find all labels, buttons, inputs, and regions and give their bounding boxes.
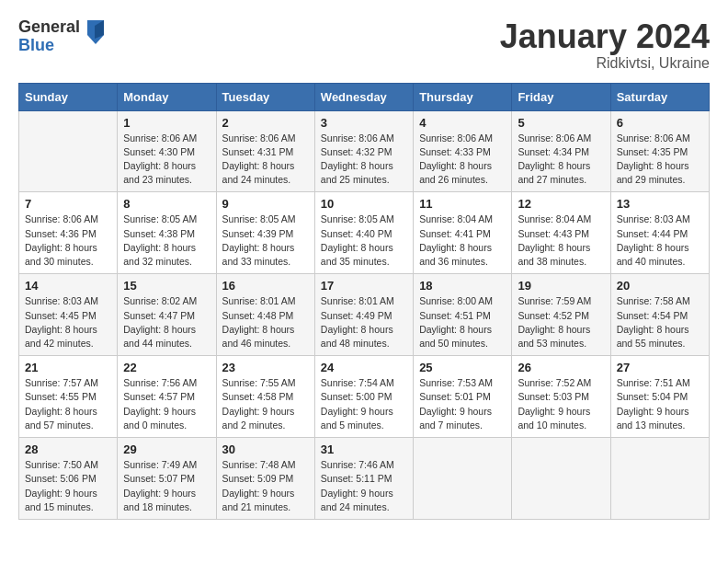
- day-cell: 7Sunrise: 8:06 AMSunset: 4:36 PMDaylight…: [19, 192, 118, 274]
- week-row-1: 7Sunrise: 8:06 AMSunset: 4:36 PMDaylight…: [19, 192, 710, 274]
- day-cell: 3Sunrise: 8:06 AMSunset: 4:32 PMDaylight…: [314, 110, 413, 192]
- day-cell: 14Sunrise: 8:03 AMSunset: 4:45 PMDayligh…: [19, 274, 118, 356]
- day-cell: 31Sunrise: 7:46 AMSunset: 5:11 PMDayligh…: [314, 438, 413, 520]
- page-header: General Blue January 2024 Ridkivtsi, Ukr…: [18, 18, 710, 72]
- day-info: Sunrise: 8:05 AMSunset: 4:40 PMDaylight:…: [321, 213, 407, 269]
- week-row-2: 14Sunrise: 8:03 AMSunset: 4:45 PMDayligh…: [19, 274, 710, 356]
- day-cell: 10Sunrise: 8:05 AMSunset: 4:40 PMDayligh…: [314, 192, 413, 274]
- day-info: Sunrise: 8:03 AMSunset: 4:45 PMDaylight:…: [25, 294, 111, 350]
- day-info: Sunrise: 8:05 AMSunset: 4:38 PMDaylight:…: [123, 213, 210, 269]
- day-cell: [19, 110, 118, 192]
- header-day-sunday: Sunday: [19, 83, 118, 110]
- day-number: 9: [222, 197, 309, 211]
- day-info: Sunrise: 7:59 AMSunset: 4:52 PMDaylight:…: [518, 294, 604, 350]
- day-info: Sunrise: 8:01 AMSunset: 4:48 PMDaylight:…: [222, 294, 309, 350]
- day-number: 30: [222, 442, 309, 456]
- header-day-monday: Monday: [118, 83, 216, 110]
- day-number: 23: [222, 361, 309, 374]
- day-info: Sunrise: 8:04 AMSunset: 4:41 PMDaylight:…: [419, 213, 506, 269]
- day-cell: 2Sunrise: 8:06 AMSunset: 4:31 PMDaylight…: [216, 110, 314, 192]
- day-info: Sunrise: 7:52 AMSunset: 5:03 PMDaylight:…: [518, 376, 604, 432]
- day-info: Sunrise: 8:06 AMSunset: 4:32 PMDaylight:…: [321, 132, 407, 188]
- day-number: 14: [25, 279, 111, 293]
- day-number: 27: [617, 361, 703, 374]
- day-cell: 13Sunrise: 8:03 AMSunset: 4:44 PMDayligh…: [610, 192, 709, 274]
- day-info: Sunrise: 7:51 AMSunset: 5:04 PMDaylight:…: [617, 376, 703, 432]
- day-number: 13: [617, 197, 703, 211]
- day-info: Sunrise: 7:53 AMSunset: 5:01 PMDaylight:…: [419, 376, 506, 432]
- day-info: Sunrise: 7:46 AMSunset: 5:11 PMDaylight:…: [321, 458, 407, 514]
- day-cell: 28Sunrise: 7:50 AMSunset: 5:06 PMDayligh…: [19, 438, 118, 520]
- day-number: 18: [419, 279, 506, 293]
- day-cell: [414, 438, 512, 520]
- day-number: 21: [25, 361, 111, 374]
- day-cell: 21Sunrise: 7:57 AMSunset: 4:55 PMDayligh…: [19, 356, 118, 438]
- day-cell: 24Sunrise: 7:54 AMSunset: 5:00 PMDayligh…: [314, 356, 413, 438]
- day-number: 24: [321, 361, 407, 374]
- day-cell: [610, 438, 709, 520]
- day-info: Sunrise: 8:01 AMSunset: 4:49 PMDaylight:…: [321, 294, 407, 350]
- day-cell: 22Sunrise: 7:56 AMSunset: 4:57 PMDayligh…: [118, 356, 216, 438]
- day-number: 8: [123, 197, 210, 211]
- day-cell: 19Sunrise: 7:59 AMSunset: 4:52 PMDayligh…: [512, 274, 610, 356]
- day-number: 7: [25, 197, 111, 211]
- day-cell: 12Sunrise: 8:04 AMSunset: 4:43 PMDayligh…: [512, 192, 610, 274]
- calendar-table: SundayMondayTuesdayWednesdayThursdayFrid…: [18, 83, 710, 520]
- day-cell: 20Sunrise: 7:58 AMSunset: 4:54 PMDayligh…: [610, 274, 709, 356]
- day-info: Sunrise: 7:55 AMSunset: 4:58 PMDaylight:…: [222, 376, 309, 432]
- logo: General Blue: [18, 18, 106, 55]
- day-cell: 30Sunrise: 7:48 AMSunset: 5:09 PMDayligh…: [216, 438, 314, 520]
- day-info: Sunrise: 8:06 AMSunset: 4:31 PMDaylight:…: [222, 132, 309, 188]
- day-info: Sunrise: 7:58 AMSunset: 4:54 PMDaylight:…: [617, 294, 703, 350]
- header-row: SundayMondayTuesdayWednesdayThursdayFrid…: [19, 83, 710, 110]
- day-number: 3: [321, 116, 407, 130]
- header-day-saturday: Saturday: [610, 83, 709, 110]
- day-number: 12: [518, 197, 604, 211]
- day-info: Sunrise: 7:57 AMSunset: 4:55 PMDaylight:…: [25, 376, 111, 432]
- day-number: 19: [518, 279, 604, 293]
- page-subtitle: Ridkivtsi, Ukraine: [500, 55, 710, 72]
- day-info: Sunrise: 7:50 AMSunset: 5:06 PMDaylight:…: [25, 458, 111, 514]
- day-info: Sunrise: 8:06 AMSunset: 4:30 PMDaylight:…: [123, 132, 210, 188]
- day-number: 29: [123, 442, 210, 456]
- day-cell: 27Sunrise: 7:51 AMSunset: 5:04 PMDayligh…: [610, 356, 709, 438]
- day-cell: 16Sunrise: 8:01 AMSunset: 4:48 PMDayligh…: [216, 274, 314, 356]
- week-row-0: 1Sunrise: 8:06 AMSunset: 4:30 PMDaylight…: [19, 110, 710, 192]
- day-number: 1: [123, 116, 210, 130]
- day-info: Sunrise: 8:06 AMSunset: 4:36 PMDaylight:…: [25, 213, 111, 269]
- day-number: 11: [419, 197, 506, 211]
- day-number: 26: [518, 361, 604, 374]
- day-info: Sunrise: 8:06 AMSunset: 4:34 PMDaylight:…: [518, 132, 604, 188]
- day-number: 16: [222, 279, 309, 293]
- day-info: Sunrise: 8:00 AMSunset: 4:51 PMDaylight:…: [419, 294, 506, 350]
- day-info: Sunrise: 7:49 AMSunset: 5:07 PMDaylight:…: [123, 458, 210, 514]
- day-number: 31: [321, 442, 407, 456]
- logo-icon: [85, 18, 106, 46]
- day-cell: 29Sunrise: 7:49 AMSunset: 5:07 PMDayligh…: [118, 438, 216, 520]
- header-day-tuesday: Tuesday: [216, 83, 314, 110]
- day-number: 17: [321, 279, 407, 293]
- day-cell: 6Sunrise: 8:06 AMSunset: 4:35 PMDaylight…: [610, 110, 709, 192]
- header-day-friday: Friday: [512, 83, 610, 110]
- day-cell: 8Sunrise: 8:05 AMSunset: 4:38 PMDaylight…: [118, 192, 216, 274]
- day-cell: 26Sunrise: 7:52 AMSunset: 5:03 PMDayligh…: [512, 356, 610, 438]
- day-cell: 4Sunrise: 8:06 AMSunset: 4:33 PMDaylight…: [414, 110, 512, 192]
- day-info: Sunrise: 7:56 AMSunset: 4:57 PMDaylight:…: [123, 376, 210, 432]
- day-info: Sunrise: 7:48 AMSunset: 5:09 PMDaylight:…: [222, 458, 309, 514]
- day-info: Sunrise: 8:03 AMSunset: 4:44 PMDaylight:…: [617, 213, 703, 269]
- day-number: 5: [518, 116, 604, 130]
- logo-blue: Blue: [18, 37, 80, 55]
- page-title: January 2024: [500, 18, 710, 55]
- day-info: Sunrise: 8:06 AMSunset: 4:33 PMDaylight:…: [419, 132, 506, 188]
- day-cell: 23Sunrise: 7:55 AMSunset: 4:58 PMDayligh…: [216, 356, 314, 438]
- day-number: 2: [222, 116, 309, 130]
- day-cell: 17Sunrise: 8:01 AMSunset: 4:49 PMDayligh…: [314, 274, 413, 356]
- day-cell: 18Sunrise: 8:00 AMSunset: 4:51 PMDayligh…: [414, 274, 512, 356]
- day-number: 28: [25, 442, 111, 456]
- day-number: 6: [617, 116, 703, 130]
- title-block: January 2024 Ridkivtsi, Ukraine: [500, 18, 710, 72]
- logo-text: General Blue: [18, 18, 80, 55]
- week-row-4: 28Sunrise: 7:50 AMSunset: 5:06 PMDayligh…: [19, 438, 710, 520]
- header-day-thursday: Thursday: [414, 83, 512, 110]
- day-number: 22: [123, 361, 210, 374]
